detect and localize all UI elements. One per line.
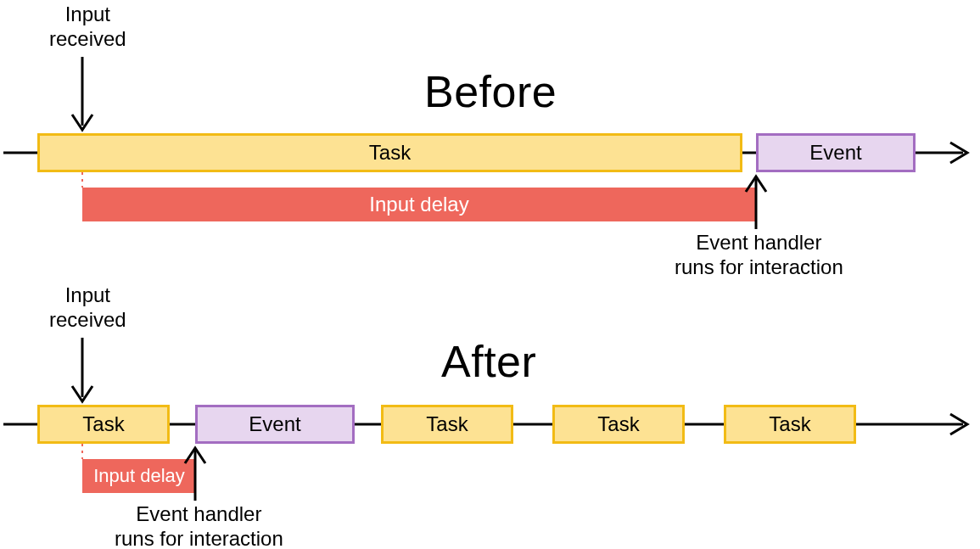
after-task-box-1: Task: [37, 405, 170, 444]
diagram-canvas: { "before": { "heading": "Before", "inpu…: [0, 0, 980, 549]
after-input-delay-box: Input delay: [82, 459, 196, 493]
after-task-box-3: Task: [552, 405, 685, 444]
before-handler-label: Event handler runs for interaction: [675, 231, 843, 280]
before-event-box: Event: [756, 133, 916, 172]
after-heading: After: [441, 336, 536, 387]
before-heading: Before: [424, 66, 557, 117]
before-input-received-label: Input received: [49, 3, 126, 52]
after-input-received-label: Input received: [49, 283, 126, 333]
after-event-box: Event: [195, 405, 355, 444]
before-input-delay-box: Input delay: [82, 188, 756, 221]
after-task-box-2: Task: [381, 405, 513, 444]
after-task-box-4: Task: [724, 405, 856, 444]
after-handler-label: Event handler runs for interaction: [115, 502, 283, 549]
before-task-box: Task: [37, 133, 742, 172]
